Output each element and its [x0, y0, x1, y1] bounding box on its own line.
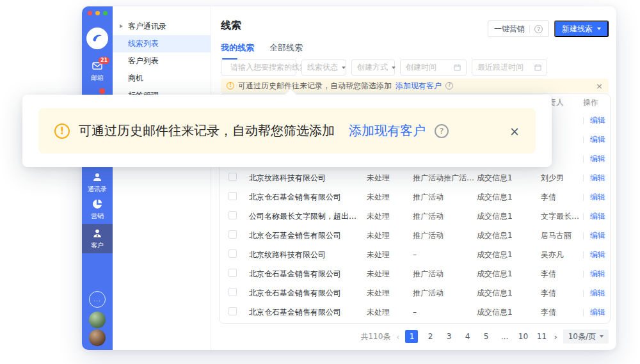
edit-link[interactable]: 编辑	[590, 211, 605, 222]
row-checkbox[interactable]	[228, 249, 237, 258]
edit-link[interactable]: 编辑	[590, 154, 605, 164]
divider	[583, 251, 584, 258]
add-existing-customer-link[interactable]: 添加现有客户	[349, 122, 426, 139]
sidebar-item-customer-list[interactable]: 客户列表	[113, 52, 211, 70]
owner-cell: 文字最长限制	[533, 211, 583, 222]
contacts-icon	[92, 171, 103, 183]
rail-item-label: 邮箱	[91, 74, 104, 83]
tab-my-leads[interactable]: 我的线索	[221, 42, 254, 59]
lead-status-select[interactable]: 线索状态	[301, 59, 346, 75]
row-checkbox[interactable]	[228, 173, 237, 181]
help-icon[interactable]: ?	[534, 25, 543, 33]
more-apps-button[interactable]: ...	[89, 291, 106, 308]
date-placeholder: 创建时间	[406, 62, 436, 73]
next-page-button[interactable]: ›	[554, 332, 557, 342]
edit-link[interactable]: 编辑	[590, 288, 605, 299]
page-ellipsis[interactable]: ...	[498, 330, 511, 343]
owner-cell: 李倩	[533, 307, 583, 318]
edit-link[interactable]: 编辑	[590, 134, 605, 145]
chevron-down-icon	[597, 28, 601, 30]
sidebar-item-label: 线索列表	[128, 39, 159, 48]
edit-link[interactable]: 编辑	[590, 115, 605, 126]
status-cell: 未处理	[367, 192, 413, 203]
page-button-4[interactable]: 4	[461, 330, 474, 343]
calendar-icon	[534, 64, 541, 71]
rail-item-contacts[interactable]: 通讯录	[82, 171, 113, 194]
filter-bar: 请输入想要搜索的线索 线索状态 创建方式 创建时间 最近跟进时间	[221, 59, 547, 75]
row-checkbox[interactable]	[228, 288, 237, 296]
avatar[interactable]	[89, 329, 106, 346]
edit-link[interactable]: 编辑	[590, 230, 605, 241]
row-checkbox[interactable]	[228, 269, 237, 277]
edit-link[interactable]: 编辑	[590, 307, 605, 318]
sidebar-item-label: 客户通讯录	[128, 22, 166, 31]
last-follow-date-input[interactable]: 最近跟进时间	[472, 59, 547, 75]
owner-cell: 李倩	[533, 269, 583, 280]
row-checkbox[interactable]	[228, 211, 237, 219]
row-checkbox[interactable]	[228, 307, 237, 315]
sidebar-item-leads-list[interactable]: 线索列表	[113, 35, 211, 52]
page-button-5[interactable]: 5	[479, 330, 492, 343]
sidebar-item-opportunities[interactable]: 商机	[113, 70, 211, 87]
page-button-11[interactable]: 11	[535, 330, 548, 343]
help-icon[interactable]: ?	[445, 82, 453, 90]
edit-link[interactable]: 编辑	[590, 192, 605, 203]
customer-icon	[92, 228, 103, 239]
owner-cell: 居马古丽	[533, 230, 583, 241]
calendar-icon	[454, 64, 461, 71]
company-cell: 北京仓石基金销售有限公司	[241, 230, 367, 241]
table-row: 北京仓石基金销售有限公司 未处理 – 成交信息1 李倩 编辑	[220, 303, 610, 322]
page-button-3[interactable]: 3	[442, 330, 455, 343]
company-cell: 北京仓石基金销售有限公司	[241, 192, 367, 203]
tabs: 我的线索 全部线索	[221, 42, 303, 59]
search-input[interactable]: 请输入想要搜索的线索	[221, 59, 296, 75]
help-icon[interactable]: ?	[435, 124, 449, 138]
tab-all-leads[interactable]: 全部线索	[269, 42, 303, 59]
created-date-input[interactable]: 创建时间	[400, 59, 467, 75]
page-button-10[interactable]: 10	[516, 330, 529, 343]
rail-item-mail[interactable]: 21 邮箱	[82, 60, 113, 83]
close-icon[interactable]: ×	[596, 81, 603, 91]
divider	[583, 136, 584, 143]
status-cell: 未处理	[367, 288, 413, 299]
window-controls	[88, 11, 108, 15]
company-cell: 北京仓石基金销售有限公司	[241, 288, 367, 299]
prev-page-button[interactable]: ‹	[396, 332, 399, 342]
status-cell: 未处理	[367, 230, 413, 241]
sidebar: 客户通讯录 线索列表 客户列表 商机 标签管理	[113, 6, 211, 350]
app-window: 21 邮箱 通讯录 营销 客户	[82, 6, 616, 350]
maximize-window-button[interactable]	[103, 11, 108, 15]
divider	[583, 194, 584, 201]
minimize-window-button[interactable]	[95, 11, 100, 15]
row-checkbox[interactable]	[228, 230, 237, 239]
create-lead-button[interactable]: 新建线索	[554, 20, 609, 37]
app-logo	[86, 28, 108, 49]
deal-cell: 成交信息1	[477, 211, 533, 222]
divider	[583, 155, 584, 162]
select-label: 线索状态	[307, 62, 338, 73]
table-row: 北京仓石基金销售有限公司 未处理 推广活动 成交信息1 李倩 编辑	[220, 264, 610, 283]
edit-link[interactable]: 编辑	[590, 269, 605, 280]
avatar[interactable]	[89, 312, 106, 328]
source-cell: –	[413, 250, 477, 259]
rail-item-customers[interactable]: 客户	[82, 224, 113, 253]
rail-item-marketing[interactable]: 营销	[82, 198, 113, 221]
sidebar-item-customer-directory[interactable]: 客户通讯录	[113, 18, 211, 35]
close-icon[interactable]: ×	[509, 124, 520, 138]
close-window-button[interactable]	[88, 11, 92, 15]
source-cell: 推广活动	[413, 192, 477, 203]
one-click-marketing-button[interactable]: 一键营销 ?	[488, 20, 549, 37]
header-action: 操作	[583, 97, 611, 108]
page-size-select[interactable]: 10条/页	[563, 329, 609, 344]
edit-link[interactable]: 编辑	[590, 249, 605, 260]
create-method-select[interactable]: 创建方式	[351, 59, 395, 75]
add-existing-customer-link[interactable]: 添加现有客户	[396, 81, 442, 91]
row-checkbox[interactable]	[228, 192, 237, 200]
page-title: 线索	[221, 19, 241, 33]
edit-link[interactable]: 编辑	[590, 173, 605, 184]
tab-label: 全部线索	[269, 43, 303, 52]
page-button-2[interactable]: 2	[424, 330, 436, 343]
rail-item-label: 通讯录	[88, 185, 107, 194]
page-button-1[interactable]: 1	[405, 330, 418, 343]
company-cell: 北京纹路科技有限公司	[241, 173, 367, 184]
